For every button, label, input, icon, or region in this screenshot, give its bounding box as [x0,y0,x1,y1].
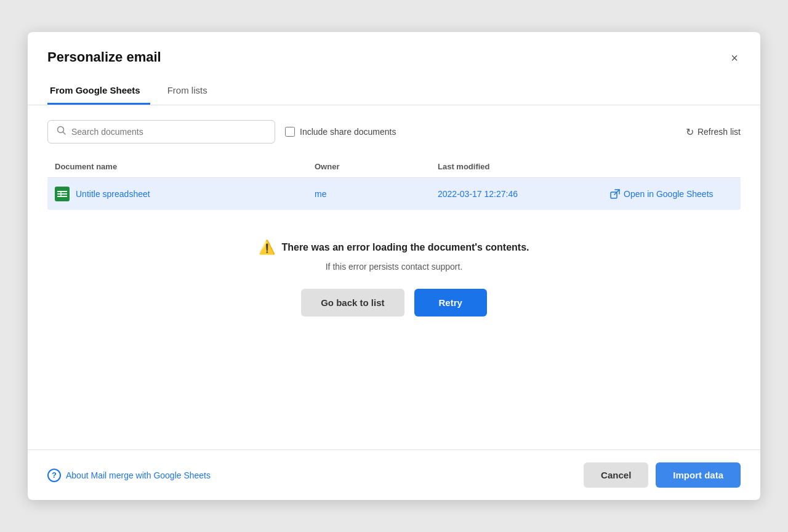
svg-rect-5 [57,196,67,197]
dialog-title: Personalize email [47,49,161,65]
retry-button[interactable]: Retry [414,289,487,316]
dialog-header: Personalize email × [28,32,760,66]
open-link-cell[interactable]: Open in Google Sheets [610,189,733,199]
tab-google-sheets[interactable]: From Google Sheets [47,79,150,105]
dialog-footer: ? About Mail merge with Google Sheets Ca… [28,449,760,500]
error-main-message: ⚠️ There was an error loading the docume… [259,240,529,256]
doc-name-text: Untitle spreadsheet [76,189,150,199]
svg-rect-4 [57,193,67,195]
external-link-icon [610,189,620,199]
help-icon: ? [47,469,61,482]
help-label: About Mail merge with Google Sheets [66,470,211,480]
warning-icon: ⚠️ [259,240,275,256]
spreadsheet-icon [55,187,70,201]
toolbar: Include share documents ↻ Refresh list [47,120,741,143]
col-owner: Owner [315,162,438,171]
search-box[interactable] [47,120,275,143]
tab-from-lists[interactable]: From lists [165,79,217,105]
search-icon [57,126,66,138]
import-button[interactable]: Import data [656,462,741,488]
refresh-label: Refresh list [698,127,741,137]
personalize-email-dialog: Personalize email × From Google Sheets F… [28,32,760,500]
dialog-body: Include share documents ↻ Refresh list D… [28,105,760,449]
open-in-sheets-link[interactable]: Open in Google Sheets [610,189,733,199]
modified-cell: 2022-03-17 12:27:46 [438,189,610,199]
error-buttons: Go back to list Retry [301,289,487,316]
col-doc-name: Document name [55,162,315,171]
footer-buttons: Cancel Import data [584,462,741,488]
refresh-icon: ↻ [686,126,694,138]
table-row[interactable]: Untitle spreadsheet me 2022-03-17 12:27:… [47,178,741,210]
svg-rect-6 [60,191,62,197]
help-link[interactable]: ? About Mail merge with Google Sheets [47,469,211,482]
include-share-checkbox-label[interactable]: Include share documents [285,127,396,137]
close-button[interactable]: × [728,49,741,66]
col-last-modified: Last modified [438,162,610,171]
cancel-button[interactable]: Cancel [584,462,648,488]
table-header: Document name Owner Last modified [47,156,741,178]
refresh-button[interactable]: ↻ Refresh list [686,126,741,138]
error-section: ⚠️ There was an error loading the docume… [47,210,741,336]
doc-name-cell: Untitle spreadsheet [55,187,315,201]
owner-cell: me [315,189,438,199]
open-in-sheets-label: Open in Google Sheets [624,189,714,199]
svg-line-1 [63,132,66,135]
col-action [610,162,733,171]
include-share-label: Include share documents [300,127,396,137]
include-share-checkbox[interactable] [285,127,295,137]
error-sub-message: If this error persists contact support. [326,262,463,272]
tabs-bar: From Google Sheets From lists [28,79,760,105]
search-input[interactable] [71,127,266,137]
svg-rect-3 [57,191,67,192]
go-back-button[interactable]: Go back to list [301,289,404,316]
